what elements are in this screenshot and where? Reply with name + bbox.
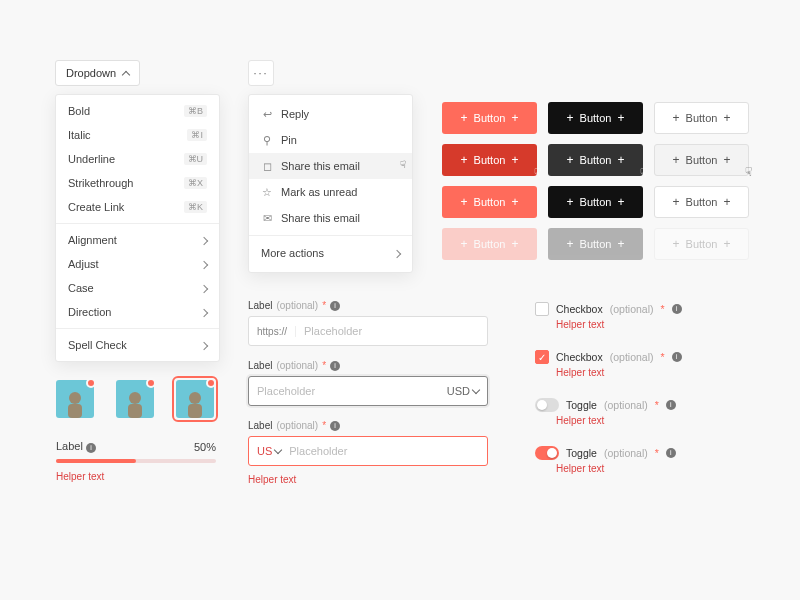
menu-item-direction[interactable]: Direction bbox=[56, 300, 219, 324]
progress-block: Label i 50% Helper text bbox=[56, 440, 216, 482]
placeholder: Placeholder bbox=[289, 445, 479, 457]
dropdown-trigger[interactable]: Dropdown bbox=[55, 60, 140, 86]
svg-rect-3 bbox=[128, 404, 142, 418]
info-icon[interactable]: i bbox=[330, 301, 340, 311]
star-icon: ☆ bbox=[261, 186, 273, 198]
primary-button[interactable]: +Button+ bbox=[442, 102, 537, 134]
ctx-item-more[interactable]: More actions bbox=[249, 240, 412, 266]
info-icon[interactable]: i bbox=[672, 352, 682, 362]
checkbox-checked[interactable] bbox=[535, 350, 549, 364]
context-menu: ↩Reply ⚲Pin ◻Share this email☟ ☆Mark as … bbox=[248, 94, 413, 273]
chevron-down-icon bbox=[275, 445, 281, 457]
avatar[interactable] bbox=[56, 380, 94, 418]
ctx-item-pin[interactable]: ⚲Pin bbox=[249, 127, 412, 153]
menu-item-spellcheck[interactable]: Spell Check bbox=[56, 333, 219, 357]
svg-point-2 bbox=[129, 392, 141, 404]
menu-item-italic[interactable]: Italic⌘I bbox=[56, 123, 219, 147]
info-icon[interactable]: i bbox=[86, 443, 96, 453]
chevron-right-icon bbox=[201, 282, 207, 294]
dark-button[interactable]: +Button+ bbox=[548, 102, 643, 134]
plus-icon: + bbox=[617, 154, 624, 166]
country-input[interactable]: US Placeholder bbox=[248, 436, 488, 466]
menu-item-bold[interactable]: Bold⌘B bbox=[56, 99, 219, 123]
plus-icon: + bbox=[723, 238, 730, 250]
plus-icon: + bbox=[673, 112, 680, 124]
plus-icon: + bbox=[511, 112, 518, 124]
chevron-right-icon bbox=[201, 339, 207, 351]
svg-rect-1 bbox=[68, 404, 82, 418]
dark-button-hover[interactable]: +Button+☟ bbox=[548, 144, 643, 176]
url-input[interactable]: https:// Placeholder bbox=[248, 316, 488, 346]
menu-item-alignment[interactable]: Alignment bbox=[56, 228, 219, 252]
info-icon[interactable]: i bbox=[672, 304, 682, 314]
dropdown-trigger-label: Dropdown bbox=[66, 67, 116, 79]
kbd-hint: ⌘U bbox=[184, 153, 208, 165]
plus-icon: + bbox=[567, 196, 574, 208]
field-label: Label (optional) * i bbox=[248, 360, 488, 371]
plus-icon: + bbox=[567, 154, 574, 166]
progress-label: Label bbox=[56, 440, 83, 452]
ctx-item-reply[interactable]: ↩Reply bbox=[249, 101, 412, 127]
pin-icon: ⚲ bbox=[261, 134, 273, 146]
helper-text: Helper text bbox=[56, 471, 216, 482]
plus-icon: + bbox=[673, 238, 680, 250]
primary-button-active[interactable]: +Button+ bbox=[442, 186, 537, 218]
outline-button-active[interactable]: +Button+ bbox=[654, 186, 749, 218]
ctx-item-unread[interactable]: ☆Mark as unread bbox=[249, 179, 412, 205]
plus-icon: + bbox=[461, 112, 468, 124]
chevron-right-icon bbox=[201, 258, 207, 270]
progress-fill bbox=[56, 459, 136, 463]
currency-select[interactable]: USD bbox=[447, 385, 479, 397]
chevron-right-icon bbox=[201, 234, 207, 246]
input-prefix: https:// bbox=[257, 326, 296, 337]
avatar[interactable] bbox=[116, 380, 154, 418]
menu-item-strikethrough[interactable]: Strikethrough⌘X bbox=[56, 171, 219, 195]
info-icon[interactable]: i bbox=[666, 400, 676, 410]
kbd-hint: ⌘I bbox=[187, 129, 207, 141]
notification-badge bbox=[146, 378, 156, 388]
menu-item-case[interactable]: Case bbox=[56, 276, 219, 300]
plus-icon: + bbox=[617, 112, 624, 124]
dots-icon: ··· bbox=[253, 67, 268, 79]
progress-bar bbox=[56, 459, 216, 463]
field-country: Label (optional) * i US Placeholder Help… bbox=[248, 420, 488, 485]
progress-percent: 50% bbox=[194, 441, 216, 453]
checkbox-row-checked: Checkbox (optional) * i Helper text bbox=[535, 350, 735, 378]
toggle-on[interactable] bbox=[535, 446, 559, 460]
info-icon[interactable]: i bbox=[330, 361, 340, 371]
avatar-row bbox=[56, 380, 214, 418]
primary-button-hover[interactable]: +Button+☟ bbox=[442, 144, 537, 176]
primary-button-disabled: +Button+ bbox=[442, 228, 537, 260]
avatar-selected[interactable] bbox=[176, 380, 214, 418]
field-label: Label (optional) * i bbox=[248, 300, 488, 311]
plus-icon: + bbox=[461, 154, 468, 166]
toggle[interactable] bbox=[535, 398, 559, 412]
overflow-button[interactable]: ··· bbox=[248, 60, 274, 86]
plus-icon: + bbox=[723, 154, 730, 166]
ctx-item-share[interactable]: ◻Share this email☟ bbox=[249, 153, 412, 179]
dark-button-active[interactable]: +Button+ bbox=[548, 186, 643, 218]
dropdown-menu: Bold⌘B Italic⌘I Underline⌘U Strikethroug… bbox=[55, 94, 220, 362]
menu-item-create-link[interactable]: Create Link⌘K bbox=[56, 195, 219, 219]
plus-icon: + bbox=[511, 238, 518, 250]
helper-text: Helper text bbox=[556, 367, 735, 378]
chevron-right-icon bbox=[394, 247, 400, 259]
outline-button[interactable]: +Button+ bbox=[654, 102, 749, 134]
mail-icon: ✉ bbox=[261, 212, 273, 224]
info-icon[interactable]: i bbox=[330, 421, 340, 431]
placeholder: Placeholder bbox=[257, 385, 439, 397]
toggle-row: Toggle (optional) * i Helper text bbox=[535, 398, 735, 426]
helper-text: Helper text bbox=[556, 415, 735, 426]
country-select[interactable]: US bbox=[257, 445, 281, 457]
ctx-item-share-email[interactable]: ✉Share this email bbox=[249, 205, 412, 231]
checkbox[interactable] bbox=[535, 302, 549, 316]
info-icon[interactable]: i bbox=[666, 448, 676, 458]
menu-item-underline[interactable]: Underline⌘U bbox=[56, 147, 219, 171]
outline-button-hover[interactable]: +Button+☟ bbox=[654, 144, 749, 176]
menu-item-adjust[interactable]: Adjust bbox=[56, 252, 219, 276]
currency-input[interactable]: Placeholder USD bbox=[248, 376, 488, 406]
field-label: Label (optional) * i bbox=[248, 420, 488, 431]
kbd-hint: ⌘X bbox=[184, 177, 207, 189]
svg-point-0 bbox=[69, 392, 81, 404]
plus-icon: + bbox=[511, 154, 518, 166]
